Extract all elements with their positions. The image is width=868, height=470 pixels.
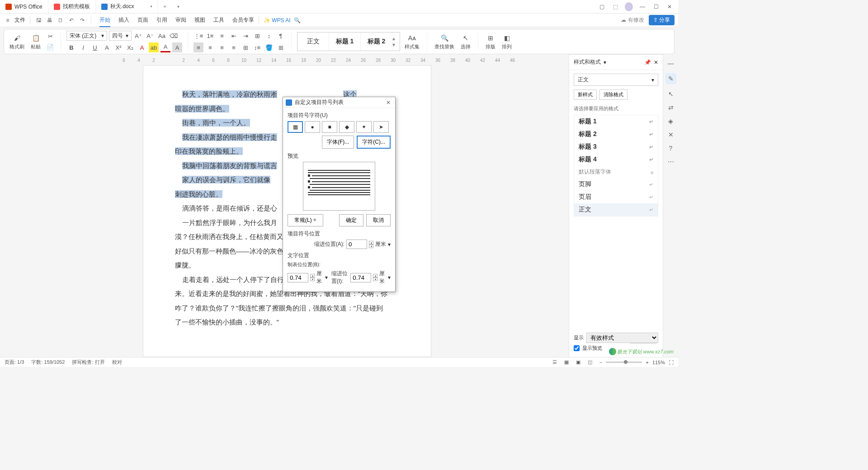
format-painter[interactable]: 🖌格式刷 [8, 33, 26, 51]
change-case-icon[interactable]: Aa [157, 31, 167, 41]
menu-insert[interactable]: 插入 [118, 16, 129, 24]
show-preview-checkbox[interactable] [574, 345, 580, 351]
justify-icon[interactable]: ≡ [229, 42, 239, 52]
wps-ai[interactable]: ✨ WPS AI [264, 17, 291, 24]
strike-icon[interactable]: A̵ [102, 42, 112, 52]
dialog-close-button[interactable]: ✕ [384, 99, 392, 106]
undo-icon[interactable]: ↶ [67, 16, 75, 24]
borders-icon[interactable]: ⊞ [276, 42, 286, 52]
minimize-button[interactable]: — [638, 4, 646, 10]
menu-reference[interactable]: 引用 [156, 16, 167, 24]
window-icon[interactable]: ▢ [598, 4, 606, 10]
menu-review[interactable]: 审阅 [175, 16, 186, 24]
ok-button[interactable]: 确定 [339, 214, 363, 226]
vertical-ruler[interactable] [0, 65, 11, 357]
paste-button[interactable]: 📋粘贴 [29, 33, 42, 51]
word-count[interactable]: 字数: 159/1052 [31, 359, 65, 366]
save-icon[interactable]: 🖫 [35, 16, 43, 24]
pencil-icon[interactable]: ✎ [665, 73, 676, 84]
style-h1[interactable]: 标题 1 [329, 33, 361, 51]
cube-icon[interactable]: ⬚ [611, 4, 619, 10]
multilevel-icon[interactable]: ≡ [217, 31, 227, 41]
bullets-icon[interactable]: ⋮≡ [193, 31, 203, 41]
align-center-icon[interactable]: ≡ [205, 42, 215, 52]
display-select[interactable]: 有效样式 [586, 333, 658, 343]
zoom-in[interactable]: + [646, 360, 648, 365]
layout-button[interactable]: ⊞排版 [484, 33, 497, 51]
bullet-opt-1[interactable]: ▦ [288, 121, 303, 133]
menu-view[interactable]: 视图 [194, 16, 205, 24]
unit-label[interactable]: 厘米 [375, 240, 386, 248]
more-icon[interactable]: ⋯ [668, 158, 674, 165]
show-marks-icon[interactable]: ¶ [276, 31, 286, 41]
cursor-icon[interactable]: ↖ [668, 90, 674, 98]
dialog-titlebar[interactable]: 自定义项目符号列表 ✕ [283, 97, 395, 108]
indent-a-spinner[interactable]: ▴▾ [369, 241, 373, 248]
cancel-button[interactable]: 取消 [366, 214, 391, 226]
swap-icon[interactable]: ⇄ [668, 104, 674, 111]
style-item-header[interactable]: 页眉↵ [574, 191, 658, 203]
styleset-button[interactable]: Aᴀ样式集 [403, 33, 421, 51]
tab-menu-button[interactable]: ▾ [172, 4, 185, 9]
page-status[interactable]: 页面: 1/3 [5, 359, 24, 366]
proof-status[interactable]: 校对 [112, 359, 122, 366]
tools-icon[interactable]: ✕ [668, 131, 674, 138]
arrange-button[interactable]: ◧排列 [500, 33, 514, 51]
search-icon[interactable]: 🔍 [293, 16, 302, 24]
style-item-footer[interactable]: 页脚↵ [574, 178, 658, 191]
indent-i-input[interactable] [350, 273, 371, 282]
find-replace[interactable]: 🔍查找替换 [433, 33, 456, 51]
current-style-select[interactable]: 正文▾ [574, 74, 658, 86]
select-button[interactable]: ↖选择 [459, 33, 472, 51]
view-mode-icon[interactable]: ◫ [588, 359, 592, 365]
bullet-opt-6[interactable]: ➤ [373, 121, 389, 133]
increase-indent-icon[interactable]: ⇥ [241, 31, 250, 41]
layers-icon[interactable]: ◈ [668, 118, 673, 125]
new-style-button[interactable]: 新样式 [574, 89, 597, 100]
menu-vip[interactable]: 会员专享 [232, 16, 254, 24]
sort-icon[interactable]: ↕ [264, 31, 274, 41]
highlight-icon[interactable]: ab [149, 42, 159, 52]
numbering-icon[interactable]: 1≡ [205, 31, 215, 41]
pin-icon[interactable]: 📌 [644, 59, 651, 66]
tab-document[interactable]: 秋天.docx• [96, 0, 158, 13]
shading-icon[interactable]: A [172, 42, 182, 52]
indent-i-spinner[interactable]: ▴▾ [373, 274, 377, 281]
view-mode-icon[interactable]: ☰ [552, 359, 557, 365]
hamburger-icon[interactable]: ≡ [4, 16, 12, 24]
superscript-icon[interactable]: X² [113, 42, 123, 52]
view-mode-icon[interactable]: ▣ [576, 359, 580, 365]
style-h2[interactable]: 标题 2 [361, 33, 392, 51]
bullet-opt-2[interactable]: ● [305, 121, 320, 133]
font-button[interactable]: 字体(F)... [322, 136, 354, 149]
style-item-default[interactable]: 默认段落字体a [574, 166, 658, 178]
bullet-opt-5[interactable]: ✦ [356, 121, 372, 133]
avatar[interactable] [625, 2, 633, 11]
zoom-level[interactable]: 115% [652, 360, 665, 365]
font-color-icon[interactable]: A [137, 42, 147, 52]
zoom-out[interactable]: − [599, 360, 602, 365]
indent-a-input[interactable] [346, 240, 367, 249]
style-item-h3[interactable]: 标题 3↵ [574, 141, 658, 153]
clear-format-icon[interactable]: ⌫ [169, 31, 179, 41]
fill-color-icon[interactable]: 🪣 [264, 42, 274, 52]
font-name-select[interactable]: 宋体 (正文)▾ [66, 31, 107, 41]
panel-close-icon[interactable]: ✕ [654, 59, 658, 66]
grow-font-icon[interactable]: A⁺ [133, 31, 143, 41]
style-item-h2[interactable]: 标题 2↵ [574, 128, 658, 141]
print-icon[interactable]: 🖶 [46, 16, 54, 24]
normal-button[interactable]: 常规(L) ÷ [288, 214, 323, 226]
clear-format-button[interactable]: 清除格式 [599, 89, 627, 100]
distribute-icon[interactable]: ⊞ [241, 42, 250, 52]
bullet-opt-3[interactable]: ■ [322, 121, 337, 133]
style-item-h4[interactable]: 标题 4↵ [574, 153, 658, 166]
font-size-select[interactable]: 四号▾ [109, 31, 132, 41]
style-more[interactable]: ▴▾ [392, 33, 400, 51]
text-color-icon[interactable]: A [160, 42, 170, 52]
fullscreen-icon[interactable]: ⛶ [669, 360, 674, 365]
file-menu[interactable]: 文件 [14, 16, 25, 24]
decrease-indent-icon[interactable]: ⇤ [229, 31, 239, 41]
bullet-opt-4[interactable]: ◆ [339, 121, 354, 133]
style-gallery[interactable]: 正文 标题 1 标题 2 ▴▾ [297, 32, 400, 51]
new-tab-button[interactable]: + [158, 4, 172, 10]
